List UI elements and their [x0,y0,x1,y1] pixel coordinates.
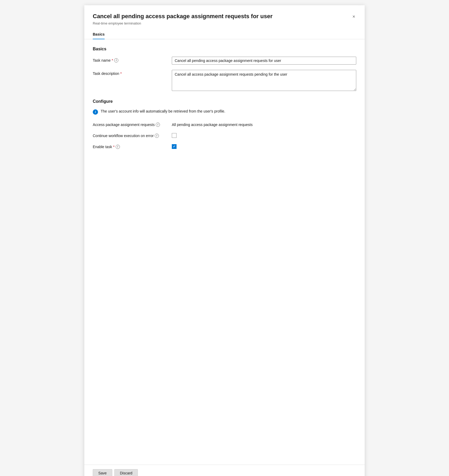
info-banner-text: The user's account info will automatical… [101,109,225,113]
dialog-footer: Save Discard [84,465,365,476]
task-name-info-icon[interactable]: i [114,58,118,62]
continue-workflow-row: Continue workflow execution on error i [93,132,356,138]
access-package-row: Access package assignment requests i All… [93,121,356,127]
continue-workflow-info-icon[interactable]: i [155,134,159,138]
enable-task-required: * [113,145,114,149]
access-package-info-icon[interactable]: i [156,123,160,127]
task-description-row: Task description * Cancel all access pac… [93,70,356,92]
access-package-value: All pending access package assignment re… [172,121,356,127]
discard-button[interactable]: Discard [114,469,138,476]
enable-task-checkbox-wrapper [172,143,356,149]
tab-bar: Basics [84,30,365,39]
continue-workflow-checkbox[interactable] [172,133,177,138]
dialog-title: Cancel all pending access package assign… [93,13,351,20]
save-button[interactable]: Save [93,469,112,476]
dialog-subtitle: Real-time employee termination [93,21,351,25]
enable-task-label: Enable task * i [93,143,172,149]
task-name-required: * [112,58,113,62]
info-banner: i The user's account info will automatic… [93,109,356,115]
close-button[interactable]: × [351,13,356,20]
continue-workflow-checkbox-container [172,132,356,138]
configure-section: Configure i The user's account info will… [93,99,356,149]
dialog: Cancel all pending access package assign… [84,5,365,476]
task-name-row: Task name * i [93,57,356,65]
access-package-value-wrapper: All pending access package assignment re… [172,121,356,127]
tab-basics[interactable]: Basics [93,30,105,39]
task-description-field-wrapper: Cancel all access package assignment req… [172,70,356,92]
dialog-title-section: Cancel all pending access package assign… [93,13,351,25]
task-description-required: * [120,71,121,76]
task-name-input[interactable] [172,57,356,65]
configure-section-title: Configure [93,99,356,104]
enable-task-checkbox-container [172,143,356,149]
dialog-header: Cancel all pending access package assign… [84,5,365,30]
basics-section-title: Basics [93,47,356,51]
enable-task-checkbox[interactable] [172,144,177,149]
task-name-field-wrapper [172,57,356,65]
close-icon: × [352,14,355,19]
task-description-input[interactable]: Cancel all access package assignment req… [172,70,356,91]
dialog-body: Basics Task name * i Task description * … [84,39,365,465]
access-package-label: Access package assignment requests i [93,121,172,127]
continue-workflow-label: Continue workflow execution on error i [93,132,172,138]
enable-task-info-icon[interactable]: i [116,145,120,149]
task-name-label: Task name * i [93,57,172,62]
info-circle-icon: i [93,109,98,115]
task-description-label: Task description * [93,70,172,76]
continue-workflow-checkbox-wrapper [172,132,356,138]
enable-task-row: Enable task * i [93,143,356,149]
